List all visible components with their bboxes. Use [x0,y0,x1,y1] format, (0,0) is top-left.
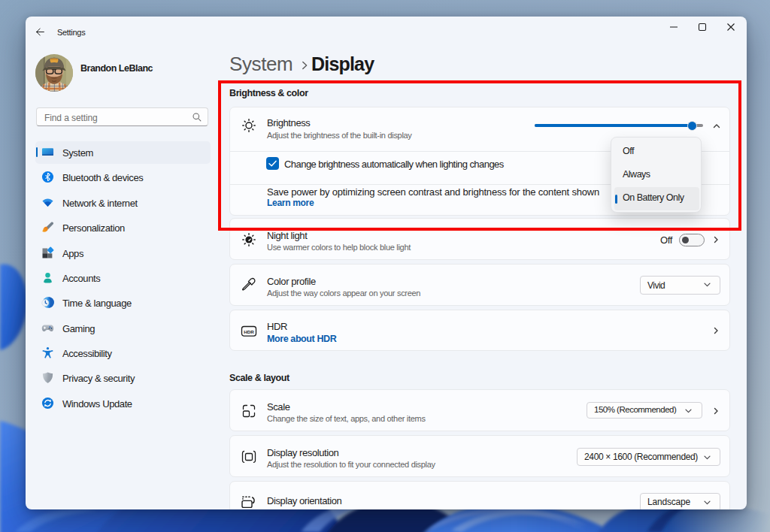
svg-text:HDR: HDR [244,329,254,334]
